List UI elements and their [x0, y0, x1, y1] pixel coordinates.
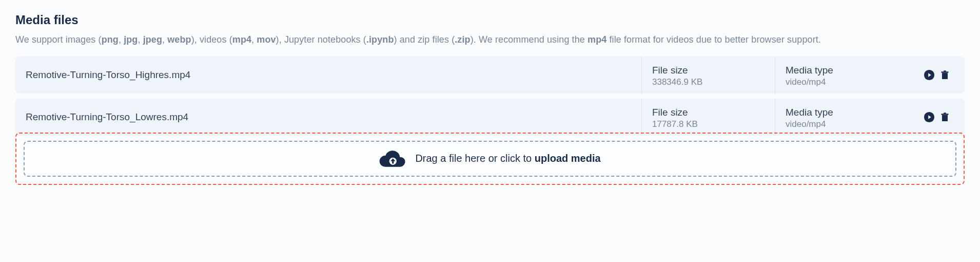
file-size-cell: File size 338346.9 KB: [641, 57, 775, 93]
media-type-label: Media type: [786, 65, 898, 76]
upload-dropzone[interactable]: Drag a file here or click to upload medi…: [24, 141, 956, 177]
media-type-label: Media type: [786, 107, 898, 118]
cloud-upload-icon: [379, 149, 406, 169]
file-size-label: File size: [652, 65, 765, 76]
svg-rect-9: [944, 113, 946, 114]
help-prefix: We support images (: [15, 34, 102, 45]
media-type-cell: Media type video/mp4: [775, 99, 908, 136]
dropzone-pre: Drag a file here or click to: [415, 153, 534, 164]
help-videos-intro: ), videos (: [191, 34, 232, 45]
dropzone-bold: upload media: [535, 153, 601, 164]
file-row: Remotive-Turning-Torso_Highres.mp4 File …: [15, 57, 965, 93]
file-name: Remotive-Turning-Torso_Lowres.mp4: [15, 99, 641, 136]
play-icon[interactable]: [924, 111, 935, 123]
help-recommend-pre: ). We recommend using the: [471, 34, 587, 45]
file-row: Remotive-Turning-Torso_Lowres.mp4 File s…: [15, 99, 965, 136]
file-name: Remotive-Turning-Torso_Highres.mp4: [15, 57, 641, 93]
svg-rect-4: [944, 70, 946, 71]
file-list: Remotive-Turning-Torso_Highres.mp4 File …: [15, 57, 965, 136]
ext-jpg: jpg: [124, 34, 138, 45]
help-zip-intro: ) and zip files (: [394, 34, 455, 45]
help-text: We support images (png, jpg, jpeg, webp)…: [15, 32, 965, 47]
file-size-value: 338346.9 KB: [652, 77, 765, 87]
play-icon[interactable]: [924, 69, 935, 81]
file-actions: [908, 57, 965, 93]
ext-mp4-rec: mp4: [587, 34, 606, 45]
file-size-cell: File size 17787.8 KB: [641, 99, 775, 136]
media-type-cell: Media type video/mp4: [775, 57, 908, 93]
help-jupyter: ), Jupyter notebooks (: [276, 34, 366, 45]
section-title: Media files: [15, 13, 965, 27]
trash-icon[interactable]: [940, 69, 950, 81]
dropzone-text: Drag a file here or click to upload medi…: [415, 153, 600, 164]
ext-jpeg: jpeg: [143, 34, 162, 45]
ext-mov: mov: [257, 34, 276, 45]
svg-rect-7: [942, 115, 947, 121]
ext-png: png: [102, 34, 119, 45]
highlight-annotation: Drag a file here or click to upload medi…: [15, 133, 965, 185]
file-size-label: File size: [652, 107, 765, 118]
media-type-value: video/mp4: [786, 119, 898, 129]
ext-mp4: mp4: [232, 34, 251, 45]
media-type-value: video/mp4: [786, 77, 898, 87]
file-actions: [908, 99, 965, 136]
ext-zip: .zip: [455, 34, 470, 45]
file-size-value: 17787.8 KB: [652, 119, 765, 129]
help-recommend-post: file format for videos due to better bro…: [606, 34, 821, 45]
svg-rect-2: [942, 73, 947, 79]
ext-ipynb: .ipynb: [366, 34, 394, 45]
ext-webp: webp: [167, 34, 191, 45]
trash-icon[interactable]: [940, 111, 950, 123]
